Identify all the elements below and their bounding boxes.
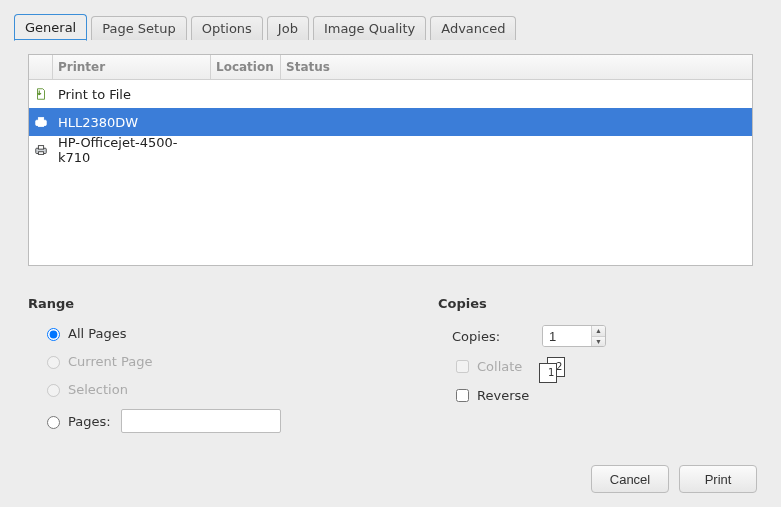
- range-current-radio: [47, 356, 60, 369]
- printer-icon: [29, 142, 53, 158]
- range-pages[interactable]: Pages:: [42, 409, 438, 433]
- tab-page-setup[interactable]: Page Setup: [91, 16, 186, 40]
- copies-count-label: Copies:: [452, 329, 542, 344]
- printer-name: HLL2380DW: [53, 115, 211, 130]
- range-selection-label: Selection: [68, 382, 128, 397]
- printer-col-printer[interactable]: Printer: [53, 55, 211, 79]
- range-pages-radio[interactable]: [47, 416, 60, 429]
- range-selection: Selection: [42, 381, 438, 397]
- range-title: Range: [28, 296, 438, 311]
- tab-general[interactable]: General: [14, 14, 87, 41]
- printer-col-location[interactable]: Location: [211, 55, 281, 79]
- svg-rect-2: [38, 124, 43, 127]
- tab-advanced[interactable]: Advanced: [430, 16, 516, 40]
- printer-row[interactable]: HLL2380DW: [29, 108, 752, 136]
- printer-table-body: Print to File HLL2380DW HP-Off: [29, 80, 752, 164]
- range-all[interactable]: All Pages: [42, 325, 438, 341]
- printer-icon: [29, 114, 53, 130]
- copies-spin-down[interactable]: ▼: [592, 337, 605, 347]
- range-selection-radio: [47, 384, 60, 397]
- range-current-label: Current Page: [68, 354, 152, 369]
- printer-name: Print to File: [53, 87, 211, 102]
- tab-image-quality[interactable]: Image Quality: [313, 16, 426, 40]
- printer-col-status[interactable]: Status: [281, 55, 752, 79]
- svg-rect-5: [38, 152, 43, 155]
- svg-rect-1: [38, 118, 43, 122]
- range-pages-label: Pages:: [68, 414, 111, 429]
- printer-name: HP-Officejet-4500-k710: [53, 135, 211, 164]
- tabs-bar: General Page Setup Options Job Image Qua…: [14, 14, 767, 40]
- print-to-file-icon: [29, 86, 53, 102]
- range-current: Current Page: [42, 353, 438, 369]
- copies-title: Copies: [438, 296, 753, 311]
- reverse-label: Reverse: [477, 388, 529, 403]
- range-all-radio[interactable]: [47, 328, 60, 341]
- range-pages-input[interactable]: [121, 409, 281, 433]
- printer-row[interactable]: Print to File: [29, 80, 752, 108]
- printer-table-header: Printer Location Status: [29, 55, 752, 80]
- collate-checkbox: [456, 360, 469, 373]
- tab-job[interactable]: Job: [267, 16, 309, 40]
- copies-spinbox[interactable]: ▲ ▼: [542, 325, 606, 347]
- copies-group: Copies Copies: ▲ ▼: [438, 296, 753, 445]
- copies-count-row: Copies: ▲ ▼: [452, 325, 753, 347]
- dialog-buttons: Cancel Print: [14, 459, 767, 499]
- tab-content-general: Printer Location Status Print to File: [14, 40, 767, 459]
- range-all-label: All Pages: [68, 326, 127, 341]
- tab-options[interactable]: Options: [191, 16, 263, 40]
- copies-count-input[interactable]: [543, 326, 591, 346]
- lower-panel: Range All Pages Current Page Selection P…: [28, 296, 753, 445]
- collate-label: Collate: [477, 359, 522, 374]
- range-group: Range All Pages Current Page Selection P…: [28, 296, 438, 445]
- reverse-checkbox[interactable]: [456, 389, 469, 402]
- printer-col-icon[interactable]: [29, 55, 53, 79]
- cancel-button[interactable]: Cancel: [591, 465, 669, 493]
- print-button[interactable]: Print: [679, 465, 757, 493]
- print-dialog: General Page Setup Options Job Image Qua…: [0, 0, 781, 507]
- svg-rect-4: [38, 146, 43, 150]
- printer-row[interactable]: HP-Officejet-4500-k710: [29, 136, 752, 164]
- printer-table: Printer Location Status Print to File: [28, 54, 753, 266]
- copies-spin-up[interactable]: ▲: [592, 326, 605, 337]
- collate-illustration-icon: 2 1: [539, 357, 569, 385]
